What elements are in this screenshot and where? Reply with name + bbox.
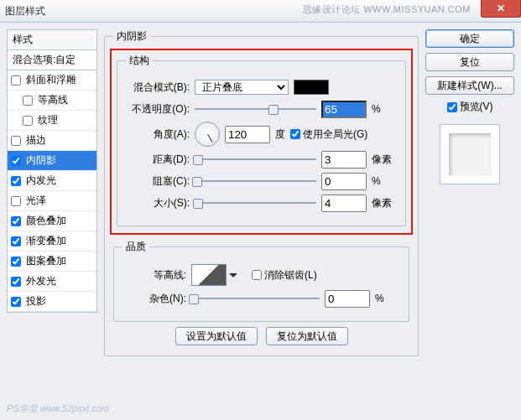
preview-checkbox[interactable]: 预览(V) [425,100,514,114]
style-checkbox[interactable] [11,277,21,287]
color-swatch[interactable] [294,80,329,95]
preview-label: 预览(V) [460,100,493,114]
reset-default-button[interactable]: 复位为默认值 [266,327,348,345]
angle-row: 角度(A): 度 使用全局光(G) [126,122,397,147]
size-slider[interactable] [195,197,316,209]
contour-row: 等高线: 消除锯齿(L) [122,264,400,286]
style-checkbox[interactable] [11,136,21,146]
defaults-row: 设置为默认值 复位为默认值 [113,327,409,345]
choke-slider[interactable] [195,175,316,187]
style-label: 图案叠加 [26,254,66,268]
make-default-button[interactable]: 设置为默认值 [175,327,258,345]
side-actions: 确定 复位 新建样式(W)... 预览(V) [425,29,514,414]
reset-button[interactable]: 复位 [425,53,514,71]
blend-mode-label: 混合模式(B): [126,80,190,95]
opacity-unit: % [372,103,397,115]
style-item-6[interactable]: 光泽 [8,191,96,211]
quality-legend: 品质 [122,240,149,254]
global-light-checkbox[interactable]: 使用全局光(G) [290,127,367,142]
contour-label: 等高线: [122,268,186,283]
opacity-row: 不透明度(O): % [126,100,397,118]
style-item-11[interactable]: 投影 [8,292,96,312]
style-item-5[interactable]: 内发光 [8,171,96,191]
angle-label: 角度(A): [126,127,190,142]
style-checkbox[interactable] [11,297,21,307]
style-item-0[interactable]: 斜面和浮雕 [8,70,96,91]
style-checkbox[interactable] [11,156,21,166]
style-item-10[interactable]: 外发光 [8,272,96,292]
settings-area: 内阴影 结构 混合模式(B): 正片叠底 不透明度(O): [104,29,419,414]
distance-input[interactable] [321,151,367,169]
close-icon: ✕ [497,3,505,14]
new-style-button[interactable]: 新建样式(W)... [425,76,514,95]
size-row: 大小(S): 像素 [126,194,397,212]
style-label: 纹理 [38,113,58,127]
style-item-9[interactable]: 图案叠加 [8,251,96,272]
antialias-checkbox[interactable]: 消除锯齿(L) [252,268,317,283]
global-light-label: 使用全局光(G) [303,127,367,142]
opacity-input[interactable] [321,101,367,118]
blend-mode-row: 混合模式(B): 正片叠底 [126,78,397,96]
content: 样式 混合选项:自定 斜面和浮雕等高线纹理描边内阴影内发光光泽颜色叠加渐变叠加图… [0,23,521,420]
close-button[interactable]: ✕ [481,0,521,18]
noise-slider[interactable] [191,293,320,304]
styles-panel: 样式 混合选项:自定 斜面和浮雕等高线纹理描边内阴影内发光光泽颜色叠加渐变叠加图… [7,29,97,414]
styles-header: 样式 [7,29,97,50]
style-label: 渐变叠加 [26,234,66,248]
style-checkbox[interactable] [23,116,33,126]
preview-input[interactable] [447,102,457,112]
distance-label: 距离(D): [126,153,190,167]
layer-style-window: 图层样式 思缘设计论坛 WWW.MISSYUAN.COM ✕ 样式 混合选项:自… [0,0,521,420]
noise-unit: % [375,293,400,304]
size-input[interactable] [321,194,367,212]
quality-fieldset: 品质 等高线: 消除锯齿(L) 杂色(N): [113,240,409,322]
styles-list: 斜面和浮雕等高线纹理描边内阴影内发光光泽颜色叠加渐变叠加图案叠加外发光投影 [7,70,97,313]
style-checkbox[interactable] [11,257,21,267]
style-item-4[interactable]: 内阴影 [8,151,96,171]
inner-shadow-fieldset: 内阴影 结构 混合模式(B): 正片叠底 不透明度(O): [104,29,419,356]
distance-slider[interactable] [195,153,316,165]
choke-input[interactable] [321,173,367,190]
angle-unit: 度 [275,127,285,142]
choke-unit: % [372,175,397,187]
style-item-7[interactable]: 颜色叠加 [8,211,96,231]
style-label: 投影 [26,294,46,309]
antialias-label: 消除锯齿(L) [264,268,317,283]
panel-title: 内阴影 [113,29,150,44]
blend-options-item[interactable]: 混合选项:自定 [7,50,97,70]
preview-inner-icon [449,133,491,175]
style-checkbox[interactable] [11,176,21,186]
angle-input[interactable] [225,126,270,143]
size-unit: 像素 [372,196,397,210]
contour-picker[interactable] [191,264,227,286]
style-item-1[interactable]: 等高线 [8,91,96,111]
style-checkbox[interactable] [11,216,21,226]
blend-mode-select[interactable]: 正片叠底 [195,80,289,95]
watermark-bottom: PS学堂 www.52psxt.com [7,402,109,415]
style-item-2[interactable]: 纹理 [8,111,96,131]
style-label: 光泽 [26,194,46,208]
style-checkbox[interactable] [11,75,21,86]
structure-highlight: 结构 混合模式(B): 正片叠底 不透明度(O): [110,49,413,235]
distance-row: 距离(D): 像素 [126,150,397,169]
antialias-input[interactable] [252,270,262,280]
style-item-3[interactable]: 描边 [8,131,96,151]
noise-input[interactable] [325,290,370,308]
global-light-input[interactable] [290,129,300,139]
style-checkbox[interactable] [11,236,21,246]
style-label: 等高线 [38,93,68,107]
style-item-8[interactable]: 渐变叠加 [8,231,96,251]
noise-label: 杂色(N): [122,292,186,306]
opacity-label: 不透明度(O): [126,102,190,117]
style-label: 外发光 [26,274,56,288]
choke-row: 阻塞(C): % [126,172,397,190]
distance-unit: 像素 [372,153,397,167]
style-label: 内阴影 [26,153,56,168]
style-label: 斜面和浮雕 [26,73,76,87]
opacity-slider[interactable] [195,103,316,115]
angle-dial[interactable] [195,122,220,147]
style-checkbox[interactable] [11,196,21,206]
preview-box [440,124,500,184]
ok-button[interactable]: 确定 [425,29,514,48]
style-checkbox[interactable] [23,96,33,106]
